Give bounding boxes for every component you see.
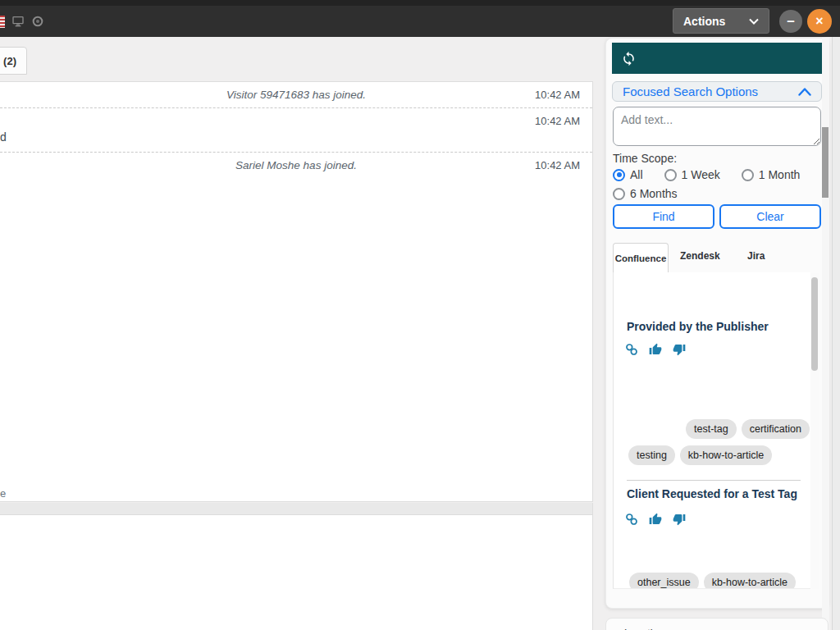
- radio-all[interactable]: All: [613, 168, 643, 181]
- tag-badge[interactable]: testing: [628, 445, 675, 465]
- tag-badge[interactable]: other_issue: [629, 573, 699, 589]
- article-tags-row: other_issue kb-how-to-article: [629, 573, 796, 589]
- tag-badge[interactable]: test-tag: [686, 419, 737, 439]
- radio-label: 6 Months: [630, 187, 678, 200]
- focused-search-options-label: Focused Search Options: [623, 84, 758, 98]
- article-title: Client Requested for a Test Tag: [627, 487, 797, 500]
- tag-badge[interactable]: certification: [742, 419, 810, 439]
- radio-dot[interactable]: [613, 169, 625, 181]
- close-button[interactable]: ×: [807, 9, 832, 34]
- chat-tab-label: (2): [3, 55, 16, 67]
- location-card-label: Location: [624, 627, 664, 630]
- flag-icon: [0, 16, 5, 28]
- article-title: Provided by the Publisher: [627, 320, 769, 333]
- article-action-icons: [625, 513, 686, 526]
- tab-zendesk[interactable]: Zendesk: [680, 250, 720, 262]
- clipped-message-text: e: [0, 487, 6, 500]
- radio-dot[interactable]: [742, 169, 754, 181]
- radio-6-months[interactable]: 6 Months: [613, 187, 678, 200]
- chat-message-row: Sariel Moshe has joined. 10:42 AM: [0, 153, 592, 182]
- message-timestamp: 10:42 AM: [535, 159, 580, 171]
- radio-1-week[interactable]: 1 Week: [664, 168, 720, 181]
- tag-badge[interactable]: kb-how-to-article: [704, 573, 796, 589]
- radio-label: 1 Month: [759, 168, 801, 181]
- thumbs-up-icon[interactable]: [649, 513, 662, 526]
- link-icon[interactable]: [625, 343, 638, 356]
- chat-input-divider: [0, 503, 593, 515]
- focused-search-options-toggle[interactable]: Focused Search Options: [612, 81, 822, 102]
- thumbs-down-icon[interactable]: [673, 513, 686, 526]
- thumbs-down-icon[interactable]: [673, 343, 686, 356]
- find-button[interactable]: Find: [613, 204, 714, 229]
- chevron-up-icon: [798, 88, 811, 96]
- chat-message-row: Visitor 59471683 has joined. 10:42 AM: [0, 82, 592, 108]
- message-timestamp: 10:42 AM: [535, 115, 580, 127]
- refresh-icon[interactable]: [621, 51, 637, 66]
- article-tags-row: testing kb-how-to-article: [628, 445, 772, 465]
- confluence-results-panel: Provided by the Publisher test-tag certi…: [613, 272, 810, 589]
- minimize-button[interactable]: –: [779, 10, 802, 33]
- radio-label: 1 Week: [682, 168, 720, 181]
- panel-header-bar: [612, 43, 822, 74]
- tab-label: Confluence: [615, 253, 667, 263]
- article-divider: [627, 480, 801, 481]
- actions-button-label: Actions: [683, 15, 725, 28]
- time-scope-options-row: All 1 Week 1 Month: [613, 168, 800, 181]
- minimize-glyph: –: [787, 13, 794, 30]
- chat-input-area[interactable]: [0, 515, 593, 630]
- chat-transcript: Visitor 59471683 has joined. 10:42 AM 10…: [0, 81, 593, 502]
- monitor-icon[interactable]: [11, 15, 25, 28]
- find-button-label: Find: [652, 210, 674, 223]
- results-scrollbar-thumb[interactable]: [811, 277, 818, 371]
- clear-button-label: Clear: [756, 210, 783, 223]
- close-glyph: ×: [815, 14, 823, 29]
- chevron-down-icon: [749, 18, 759, 25]
- title-bar-icons: [0, 14, 44, 29]
- article-action-icons: [625, 343, 686, 356]
- title-bar-edge: [0, 0, 840, 6]
- system-message-text: Sariel Moshe has joined.: [0, 159, 592, 171]
- radio-dot[interactable]: [664, 169, 677, 181]
- tab-label: Zendesk: [680, 250, 720, 262]
- radio-label: All: [630, 168, 643, 181]
- app-window: Actions – × (2) Visitor 59471683 has joi…: [0, 0, 840, 630]
- article-tags-row: test-tag certification: [686, 419, 810, 439]
- radio-1-month[interactable]: 1 Month: [742, 168, 801, 181]
- tag-badge[interactable]: kb-how-to-article: [680, 445, 772, 465]
- system-message-text: Visitor 59471683 has joined.: [0, 89, 592, 101]
- tab-label: Jira: [747, 250, 765, 262]
- page-scrollbar-gutter[interactable]: [832, 37, 840, 630]
- search-text-input[interactable]: [613, 107, 821, 146]
- message-timestamp: 10:42 AM: [535, 89, 580, 101]
- record-icon[interactable]: [31, 15, 44, 28]
- time-scope-options-row: 6 Months: [613, 187, 678, 200]
- panel-scrollbar-thumb[interactable]: [822, 127, 829, 198]
- radio-dot[interactable]: [613, 188, 625, 200]
- chat-tab[interactable]: (2): [0, 47, 27, 75]
- time-scope-label: Time Scope:: [613, 152, 677, 165]
- clear-button[interactable]: Clear: [719, 204, 821, 229]
- link-icon[interactable]: [625, 513, 638, 526]
- clipped-message-text: d: [0, 130, 7, 144]
- location-card: Location: [605, 618, 829, 630]
- actions-button[interactable]: Actions: [673, 8, 769, 34]
- chat-message-row: 10:42 AM d: [0, 108, 592, 153]
- tab-jira[interactable]: Jira: [747, 250, 765, 262]
- title-bar: Actions – ×: [0, 0, 840, 37]
- thumbs-up-icon[interactable]: [649, 343, 662, 356]
- tab-confluence[interactable]: Confluence: [613, 243, 669, 273]
